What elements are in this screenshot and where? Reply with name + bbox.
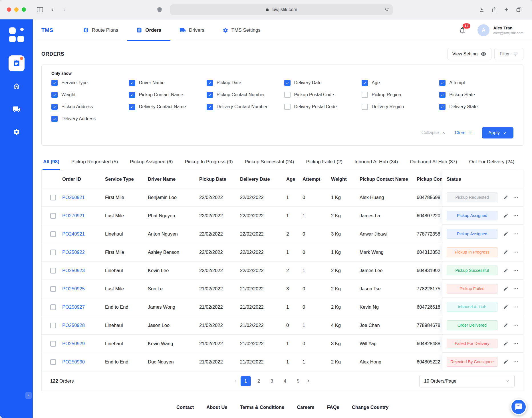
row-checkbox[interactable] (50, 304, 56, 310)
filter-option-driver-name[interactable]: Driver Name (129, 80, 203, 86)
page-button-1[interactable]: 1 (241, 376, 251, 386)
edit-icon[interactable] (503, 341, 508, 346)
row-checkbox[interactable] (50, 213, 56, 219)
edit-icon[interactable] (503, 286, 508, 291)
edit-icon[interactable] (503, 359, 508, 364)
tab-inbound-at-hub-34[interactable]: Inbound At Hub (34) (354, 155, 398, 170)
tab-all-98[interactable]: All (98) (43, 155, 60, 170)
brand-tms[interactable]: TMS (41, 27, 53, 33)
share-icon[interactable] (491, 7, 497, 13)
sidebar-expand-handle[interactable] (25, 392, 32, 399)
edit-icon[interactable] (503, 213, 508, 218)
page-button-2[interactable]: 2 (254, 376, 264, 386)
checkbox-checked[interactable] (51, 92, 58, 98)
refresh-icon[interactable] (384, 7, 389, 12)
checkbox-checked[interactable] (362, 80, 368, 86)
more-actions-icon[interactable] (513, 286, 519, 292)
new-tab-icon[interactable] (504, 7, 509, 12)
filter-option-pickup-contact-number[interactable]: Pickup Contact Number (207, 92, 281, 98)
filter-option-pickup-address[interactable]: Pickup Address (51, 104, 126, 110)
order-id-link[interactable]: PO250923 (62, 268, 105, 273)
close-window-button[interactable] (7, 7, 11, 12)
prev-page-icon[interactable] (233, 379, 238, 383)
filter-option-delivery-postal-code[interactable]: Delivery Postal Code (284, 104, 358, 110)
more-actions-icon[interactable] (513, 249, 519, 255)
more-actions-icon[interactable] (513, 231, 519, 237)
sidebar-item-home[interactable] (9, 78, 25, 94)
nav-item-orders[interactable]: Orders (136, 19, 161, 41)
row-checkbox[interactable] (50, 323, 56, 328)
filter-option-delivery-date[interactable]: Delivery Date (284, 80, 358, 86)
checkbox-unchecked[interactable] (284, 104, 291, 110)
filter-option-pickup-region[interactable]: Pickup Region (362, 92, 436, 98)
filter-option-attempt[interactable]: Attempt (439, 80, 513, 86)
checkbox-checked[interactable] (439, 104, 446, 110)
checkbox-unchecked[interactable] (362, 92, 368, 98)
filter-option-delivery-contact-name[interactable]: Delivery Contact Name (129, 104, 203, 110)
checkbox-checked[interactable] (51, 80, 58, 86)
chat-fab[interactable] (510, 399, 527, 415)
checkbox-unchecked[interactable] (362, 104, 368, 110)
row-checkbox[interactable] (50, 268, 56, 274)
edit-icon[interactable] (503, 304, 508, 310)
edit-icon[interactable] (503, 323, 508, 328)
downloads-icon[interactable] (479, 7, 485, 13)
more-actions-icon[interactable] (513, 322, 519, 328)
collapse-button[interactable]: Collapse (421, 130, 446, 135)
order-id-link[interactable]: PO250928 (62, 323, 105, 328)
checkbox-checked[interactable] (129, 80, 135, 86)
notifications-bell-icon[interactable]: 12 (459, 27, 466, 34)
edit-icon[interactable] (503, 250, 508, 255)
order-id-link[interactable]: PO250925 (62, 286, 105, 292)
address-bar[interactable]: luwjistik.com (170, 4, 393, 15)
footer-link-careers[interactable]: Careers (297, 405, 314, 410)
order-id-link[interactable]: PO240921 (62, 231, 105, 237)
filter-option-pickup-state[interactable]: Pickup State (439, 92, 513, 98)
tab-pickup-assigned-6[interactable]: Pickup Assigned (6) (129, 155, 173, 170)
filter-option-delivery-contact-number[interactable]: Delivery Contact Number (207, 104, 281, 110)
footer-link-about-us[interactable]: About Us (206, 405, 227, 410)
filter-button[interactable]: Filter (494, 48, 523, 60)
zoom-window-button[interactable] (22, 7, 26, 12)
more-actions-icon[interactable] (513, 359, 519, 365)
nav-item-tms-settings[interactable]: TMS Settings (223, 19, 261, 41)
edit-icon[interactable] (503, 195, 508, 200)
page-button-4[interactable]: 4 (280, 376, 290, 386)
more-actions-icon[interactable] (513, 194, 519, 200)
checkbox-checked[interactable] (439, 92, 446, 98)
footer-link-change-country[interactable]: Change Country (352, 405, 388, 410)
minimize-window-button[interactable] (14, 7, 19, 12)
checkbox-checked[interactable] (439, 80, 446, 86)
filter-option-pickup-contact-name[interactable]: Pickup Contact Name (129, 92, 203, 98)
forward-icon[interactable] (62, 7, 67, 12)
checkbox-checked[interactable] (129, 92, 135, 98)
checkbox-unchecked[interactable] (284, 92, 291, 98)
checkbox-checked[interactable] (207, 92, 213, 98)
nav-item-route-plans[interactable]: Route Plans (83, 19, 118, 41)
tab-out-for-delivery-24[interactable]: Out For Delivery (24) (469, 155, 515, 170)
sidebar-item-settings[interactable] (9, 124, 25, 140)
footer-link-contact[interactable]: Contact (176, 405, 194, 410)
sidebar-item-orders[interactable] (9, 55, 25, 71)
next-page-icon[interactable] (306, 379, 311, 383)
checkbox-checked[interactable] (207, 104, 213, 110)
view-setting-button[interactable]: View Setting (447, 48, 492, 60)
checkbox-checked[interactable] (207, 80, 213, 86)
tab-pickup-failed-2[interactable]: Pickup Failed (2) (306, 155, 343, 170)
filter-option-pickup-postal-code[interactable]: Pickup Postal Code (284, 92, 358, 98)
checkbox-checked[interactable] (284, 80, 291, 86)
per-page-select[interactable]: 10 Orders/Page (419, 375, 515, 387)
sidebar-toggle-icon[interactable] (37, 7, 43, 12)
filter-option-service-type[interactable]: Service Type (51, 80, 126, 86)
order-id-link[interactable]: PO270921 (62, 213, 105, 218)
row-checkbox[interactable] (50, 341, 56, 347)
edit-icon[interactable] (503, 231, 508, 236)
order-id-link[interactable]: PO250929 (62, 341, 105, 346)
checkbox-checked[interactable] (129, 104, 135, 110)
checkbox-checked[interactable] (51, 104, 58, 110)
row-checkbox[interactable] (50, 250, 56, 255)
footer-link-faqs[interactable]: FAQs (327, 405, 339, 410)
tab-pickup-in-progress-9[interactable]: Pickup In Progress (9) (184, 155, 233, 170)
filter-option-delivery-state[interactable]: Delivery State (439, 104, 513, 110)
tab-outbound-at-hub-37[interactable]: Outbound At Hub (37) (409, 155, 458, 170)
